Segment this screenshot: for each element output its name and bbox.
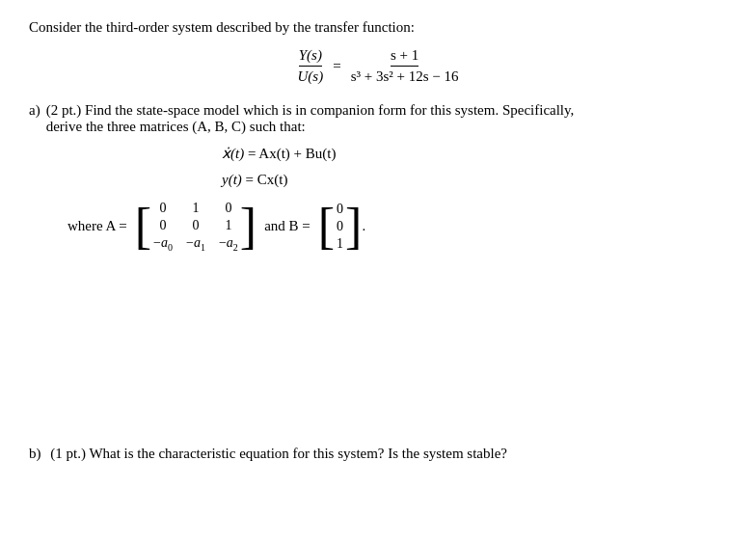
- matrix-a-container: [ 0 1 0 0 0 1 −a0 −a1 −a2 ]: [135, 201, 256, 253]
- matrix-a-r1c1: 0: [186, 218, 205, 233]
- intro-label: Consider the third-order system describe…: [29, 19, 415, 35]
- equals-sign: =: [333, 58, 340, 74]
- lhs-fraction: Y(s) U(s): [297, 47, 323, 85]
- part-b-text: (1 pt.) What is the characteristic equat…: [50, 446, 507, 461]
- matrix-a-r0c0: 0: [153, 201, 173, 216]
- matrix-row: where A = [ 0 1 0 0 0 1 −a0 −a1 −a2 ] an…: [68, 201, 727, 253]
- eq2: y(t) = Cx(t): [222, 167, 727, 193]
- matrix-b-bracket-right: ]: [345, 202, 362, 252]
- matrix-a-r1c2: 1: [219, 218, 238, 233]
- part-a-text: (2 pt.) Find the state-space model which…: [46, 102, 575, 135]
- part-a-text2: derive the three matrices (A, B, C) such…: [46, 119, 575, 135]
- matrix-a-r2c0: −a0: [153, 235, 173, 253]
- matrix-b-content: 0 0 1: [337, 202, 343, 252]
- part-b: b) (1 pt.) What is the characteristic eq…: [29, 446, 727, 462]
- and-b-label: and B =: [264, 218, 310, 234]
- part-a: a) (2 pt.) Find the state-space model wh…: [29, 102, 727, 253]
- matrix-b-r2: 1: [337, 236, 343, 252]
- part-a-text1: (2 pt.) Find the state-space model which…: [46, 102, 575, 119]
- matrix-b-container: [ 0 0 1 ]: [318, 202, 363, 252]
- rhs-fraction: s + 1 s³ + 3s² + 12s − 16: [351, 47, 459, 85]
- part-b-label: b): [29, 446, 41, 461]
- period-after-b: .: [362, 218, 365, 234]
- matrix-a-r2c1: −a1: [186, 235, 205, 253]
- eq2-lhs: y(t): [222, 172, 242, 187]
- matrix-a-r0c2: 0: [219, 201, 238, 216]
- part-a-line1: a) (2 pt.) Find the state-space model wh…: [29, 102, 727, 135]
- lhs-denominator: U(s): [297, 67, 323, 85]
- matrix-b-r0: 0: [337, 202, 343, 217]
- matrix-a-r2c2: −a2: [219, 235, 238, 253]
- matrix-a-content: 0 1 0 0 0 1 −a0 −a1 −a2: [153, 201, 238, 253]
- rhs-numerator: s + 1: [391, 47, 418, 67]
- rhs-denominator: s³ + 3s² + 12s − 16: [351, 67, 459, 85]
- equations-block: ẋ(t) = Ax(t) + Bu(t) y(t) = Cx(t): [222, 141, 727, 193]
- eq1-lhs: ẋ(t): [222, 146, 244, 161]
- matrix-a-bracket-left: [: [135, 202, 151, 252]
- intro-text: Consider the third-order system describe…: [29, 19, 727, 36]
- where-a-label: where A =: [68, 218, 127, 234]
- part-a-label: a): [29, 102, 40, 119]
- matrix-a-r0c1: 1: [186, 201, 205, 216]
- matrix-a-bracket-right: ]: [240, 202, 256, 252]
- eq2-rhs: = Cx(t): [246, 172, 288, 187]
- matrix-a-r1c0: 0: [153, 218, 173, 233]
- matrix-b-r1: 0: [337, 219, 343, 234]
- lhs-numerator: Y(s): [299, 47, 322, 67]
- eq1: ẋ(t) = Ax(t) + Bu(t): [222, 141, 727, 167]
- eq1-rhs: = Ax(t) + Bu(t): [248, 146, 337, 161]
- transfer-function: Y(s) U(s) = s + 1 s³ + 3s² + 12s − 16: [29, 47, 727, 85]
- page-container: Consider the third-order system describe…: [29, 19, 727, 462]
- matrix-b-bracket-left: [: [318, 202, 335, 252]
